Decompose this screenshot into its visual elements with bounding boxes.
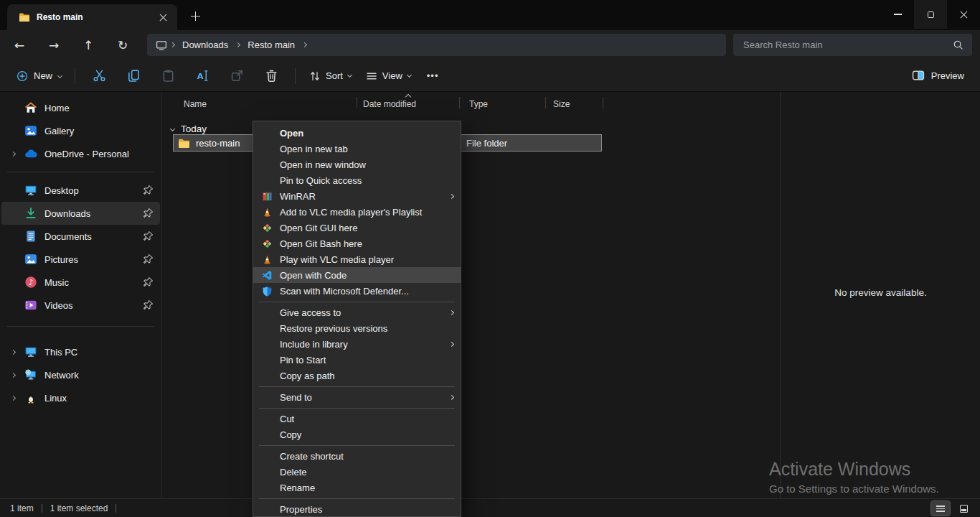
sort-button[interactable]: Sort — [302, 65, 359, 87]
sidebar-item-downloads[interactable]: Downloads — [1, 202, 160, 225]
tab-close-button[interactable] — [156, 10, 170, 24]
status-divider — [116, 504, 116, 513]
context-menu-item-open[interactable]: Open — [253, 125, 461, 141]
sidebar-item-this-pc[interactable]: This PC — [1, 340, 160, 363]
address-bar[interactable]: DownloadsResto main — [147, 34, 726, 56]
minimize-button[interactable] — [881, 0, 914, 29]
cut-button[interactable] — [85, 64, 113, 88]
sidebar-item-home[interactable]: Home — [1, 96, 160, 119]
sidebar-item-music[interactable]: Music — [1, 271, 160, 294]
column-headers: Name Date modified Type Size — [162, 93, 780, 112]
context-menu-item-copy[interactable]: Copy — [253, 427, 461, 442]
chevron-right-icon — [10, 395, 15, 400]
breadcrumb: DownloadsResto main — [167, 38, 310, 52]
view-button[interactable]: View — [359, 65, 418, 87]
items-count: 1 item — [10, 503, 34, 513]
restore-icon — [928, 11, 934, 18]
folder-icon — [178, 137, 190, 149]
sidebar-item-onedrive-personal[interactable]: OneDrive - Personal — [1, 142, 160, 165]
up-button[interactable]: ↑ — [77, 34, 100, 56]
search-icon[interactable] — [953, 39, 963, 50]
context-menu-item-send-to[interactable]: Send to — [253, 389, 461, 405]
column-header-type[interactable]: Type — [460, 93, 546, 112]
context-menu-item-properties[interactable]: Properties — [253, 501, 461, 517]
breadcrumb-chevron[interactable] — [302, 42, 307, 47]
file-explorer-window: Resto main ← → ↑ ↻ DownloadsResto main N… — [0, 0, 980, 517]
preview-toggle[interactable]: Preview — [906, 64, 970, 87]
context-menu-item-open-in-new-tab[interactable]: Open in new tab — [253, 141, 461, 157]
tab-title: Resto main — [37, 12, 83, 22]
status-divider — [42, 504, 42, 513]
view-lines-icon — [366, 70, 377, 82]
context-menu-item-pin-to-quick-access[interactable]: Pin to Quick access — [253, 172, 461, 188]
context-menu-item-cut[interactable]: Cut — [253, 411, 461, 427]
file-name: resto-main — [196, 138, 240, 149]
refresh-button[interactable]: ↻ — [111, 34, 134, 56]
explorer-tab[interactable]: Resto main — [7, 4, 177, 30]
sidebar-item-network[interactable]: Network — [1, 363, 160, 386]
close-icon — [960, 11, 968, 19]
new-button[interactable]: New — [10, 66, 68, 86]
breadcrumb-item-resto-main[interactable]: Resto main — [243, 38, 299, 52]
delete-button[interactable] — [258, 64, 285, 88]
paste-button[interactable] — [154, 64, 182, 88]
rename-button[interactable] — [189, 64, 216, 88]
context-menu-item-delete[interactable]: Delete — [253, 464, 461, 480]
paste-icon — [161, 69, 175, 83]
command-bar: New Sort View ••• — [0, 60, 980, 92]
breadcrumb-chevron[interactable] — [235, 42, 240, 47]
context-menu: Open Open in new tab Open in new window … — [253, 121, 461, 517]
pin-icon — [143, 299, 154, 310]
copy-button[interactable] — [120, 64, 147, 88]
sidebar-item-linux[interactable]: Linux — [1, 386, 160, 409]
back-button[interactable]: ← — [8, 34, 31, 56]
sidebar-item-pictures[interactable]: Pictures — [1, 248, 160, 271]
context-menu-item-pin-to-start[interactable]: Pin to Start — [253, 352, 461, 368]
context-menu-item-give-access-to[interactable]: Give access to — [253, 304, 461, 320]
music-icon — [24, 276, 37, 289]
context-menu-item-open-with-code[interactable]: Open with Code — [253, 267, 461, 283]
sidebar-item-videos[interactable]: Videos — [1, 294, 160, 317]
sidebar-item-documents[interactable]: Documents — [1, 225, 160, 248]
minimize-icon — [894, 14, 902, 14]
sidebar-item-desktop[interactable]: Desktop — [1, 179, 160, 202]
folder-icon — [19, 11, 30, 23]
preview-panes-icon — [912, 69, 925, 82]
pin-icon — [143, 276, 154, 287]
column-header-name[interactable]: Name — [162, 93, 357, 112]
pin-icon — [143, 185, 154, 195]
menu-separator — [259, 408, 455, 409]
context-menu-item-add-to-vlc-media-player-s-playlist[interactable]: Add to VLC media player's Playlist — [253, 204, 461, 220]
sort-arrows-icon — [309, 70, 321, 82]
context-menu-item-open-git-bash-here[interactable]: Open Git Bash here — [253, 236, 461, 251]
context-menu-item-include-in-library[interactable]: Include in library — [253, 336, 461, 352]
sidebar-item-gallery[interactable]: Gallery — [1, 119, 160, 142]
menu-separator — [259, 445, 455, 446]
column-header-size[interactable]: Size — [546, 93, 603, 112]
share-button[interactable] — [223, 64, 250, 88]
menu-separator — [259, 386, 455, 387]
context-menu-item-rename[interactable]: Rename — [253, 480, 461, 495]
context-menu-item-open-git-gui-here[interactable]: Open Git GUI here — [253, 220, 461, 236]
forward-button[interactable]: → — [42, 34, 65, 56]
context-menu-item-copy-as-path[interactable]: Copy as path — [253, 368, 461, 383]
context-menu-item-restore-previous-versions[interactable]: Restore previous versions — [253, 320, 461, 336]
context-menu-item-scan-with-microsoft-defender[interactable]: Scan with Microsoft Defender... — [253, 283, 461, 299]
search-input[interactable] — [742, 39, 953, 51]
more-button[interactable]: ••• — [418, 65, 448, 86]
context-menu-item-play-with-vlc-media-player[interactable]: Play with VLC media player — [253, 251, 461, 267]
details-view-button[interactable] — [931, 501, 950, 516]
cloud-icon — [24, 147, 37, 160]
breadcrumb-chevron[interactable] — [170, 42, 175, 47]
context-menu-item-winrar[interactable]: WinRAR — [253, 188, 461, 204]
breadcrumb-item-downloads[interactable]: Downloads — [178, 38, 232, 52]
maximize-button[interactable] — [914, 0, 947, 29]
context-menu-item-open-in-new-window[interactable]: Open in new window — [253, 157, 461, 172]
pin-icon — [143, 253, 154, 264]
new-tab-button[interactable] — [187, 7, 204, 24]
icons-view-button[interactable] — [954, 501, 973, 516]
home-icon — [24, 101, 37, 114]
context-menu-item-create-shortcut[interactable]: Create shortcut — [253, 448, 461, 464]
close-button[interactable] — [947, 0, 980, 29]
column-header-date-modified[interactable]: Date modified — [357, 93, 460, 112]
